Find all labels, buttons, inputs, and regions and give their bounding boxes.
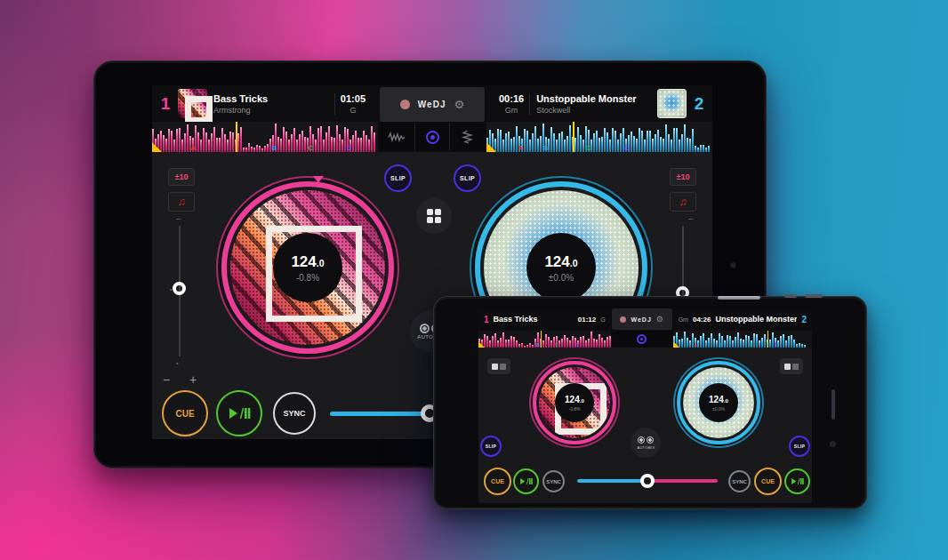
deck2-number: 2 <box>693 94 705 114</box>
deck1-slip-button[interactable]: SLIP <box>384 164 412 192</box>
phone-deck1-waveform[interactable]: A B C D <box>478 331 611 348</box>
cue-marker[interactable]: D <box>346 144 351 152</box>
record-button[interactable] <box>620 316 626 323</box>
automix-label: AUTOMIX <box>637 444 655 449</box>
phone-deck1-track-info[interactable]: 1 Bass Tricks 01:12 G <box>478 308 611 331</box>
grid-icon <box>427 209 441 223</box>
phone-deck2-waveform[interactable]: A B C D <box>673 331 812 348</box>
note-icon: ♫ <box>178 196 186 208</box>
deck1-loop-minus-button[interactable]: − <box>163 374 170 385</box>
deck1-bpm: 124 <box>291 253 316 270</box>
cue-marker[interactable]: C <box>586 144 591 152</box>
phone-deck2-cue-button[interactable]: CUE <box>754 468 782 495</box>
phone-volume-button <box>784 294 797 298</box>
phone-deck1-jog-wheel[interactable]: 124.0 -0.8% <box>533 361 616 444</box>
deck2-bpm-display: 124.0 ±0.0% <box>526 233 596 302</box>
deck2-time: 00:16 <box>499 93 524 104</box>
deck2-bpm: 124 <box>544 253 569 270</box>
phone-automix-button[interactable]: AUTOMIX <box>631 428 661 458</box>
settings-gear-icon[interactable]: ⚙ <box>656 316 663 324</box>
deck1-key: G <box>341 106 366 115</box>
phone-deck1-sync-button[interactable]: SYNC <box>542 470 565 492</box>
play-pause-icon <box>791 477 804 485</box>
deck1-key-sync-button[interactable]: ♫ <box>168 192 195 212</box>
slider-tick: – <box>176 216 181 221</box>
deck1-cue-button[interactable]: CUE <box>162 390 208 436</box>
phone-deck1-bpm-display: 124.0 -0.8% <box>555 383 594 422</box>
squares-icon <box>500 364 506 370</box>
phone-screen: 1 Bass Tricks 01:12 G WeDJ ⚙ G <box>478 308 812 503</box>
phone-deck1-library-button[interactable] <box>487 358 510 374</box>
phone-deck2-jog-wheel[interactable]: 124.0 ±0.0% <box>677 361 760 444</box>
deck1-waveform[interactable]: A B C D <box>152 122 378 152</box>
deck1-jog-wheel[interactable]: 124.0 -0.8% <box>221 181 394 354</box>
app-logo: WeDJ <box>631 316 651 323</box>
phone-deck1-key: G <box>600 316 605 323</box>
phone-deck2-key: Gm <box>679 316 688 323</box>
deck2-track-info[interactable]: 00:16 Gm Unstoppable Monster Stockwell 2 <box>486 85 712 122</box>
deck2-bpm-frac: .0 <box>570 258 578 268</box>
jog-view-button[interactable] <box>414 124 450 150</box>
squares-icon <box>784 364 791 370</box>
deck1-loop-plus-button[interactable]: + <box>189 374 197 385</box>
phone-deck2-bpm-display: 124.0 ±0.0% <box>699 383 738 422</box>
deck1-play-pause-button[interactable] <box>216 390 262 436</box>
deck1-album-art <box>178 89 207 118</box>
deck2-track-title: Unstoppable Monster <box>536 93 651 104</box>
cue-marker[interactable]: A <box>518 144 524 152</box>
crossfader-left[interactable] <box>577 479 647 483</box>
phone-deck-area: 124.0 -0.8% 124.0 ±0.0% SLIP SLIP AUTOMI… <box>478 348 812 503</box>
phone-deck2-slip-button[interactable]: SLIP <box>789 436 810 457</box>
phone-deck1-play-pause-button[interactable] <box>513 468 539 494</box>
phone-deck2-play-pause-button[interactable] <box>784 468 810 494</box>
tempo-value: ±0.0% <box>712 406 725 412</box>
app-brand-bar: WeDJ ⚙ <box>380 87 485 122</box>
deck1-pitch-range-button[interactable]: ±10 <box>168 168 195 186</box>
waveform-view-button[interactable] <box>380 124 414 150</box>
waveform-view-switcher <box>380 124 485 150</box>
deck1-tempo-knob[interactable] <box>173 282 186 295</box>
phone-jog-view-button[interactable] <box>612 331 672 347</box>
fx-view-button[interactable] <box>449 124 485 150</box>
deck2-pitch-range-button[interactable]: ±10 <box>670 168 696 186</box>
deck1-volume-slider[interactable] <box>330 412 430 416</box>
deck1-sync-button[interactable]: SYNC <box>273 392 316 435</box>
pad-grid-button[interactable] <box>416 198 452 234</box>
deck2-key-sync-button[interactable]: ♫ <box>670 192 696 212</box>
phone-deck2-library-button[interactable] <box>780 358 803 374</box>
phone-deck2-time: 04:26 <box>693 316 711 324</box>
phone-deck2-track-info[interactable]: Gm 04:26 Unstoppable Monster 2 <box>673 308 812 331</box>
crossfader-knob[interactable] <box>640 474 655 488</box>
cue-marker[interactable]: B <box>543 144 549 152</box>
phone-camera-dot <box>830 441 836 447</box>
cue-marker[interactable]: A <box>190 144 196 152</box>
cue-marker[interactable]: C <box>308 144 313 152</box>
crossfader-right[interactable] <box>647 479 718 483</box>
phone-deck1-title: Bass Tricks <box>494 315 574 324</box>
phone-brand-bar: WeDJ ⚙ <box>612 308 672 330</box>
deck2-slip-button[interactable]: SLIP <box>454 164 481 192</box>
phone-deck1-slip-button[interactable]: SLIP <box>480 436 502 457</box>
phone-deck1-playhead <box>541 331 542 348</box>
cue-marker[interactable]: B <box>272 144 277 152</box>
bpm: 124 <box>709 395 724 404</box>
settings-gear-icon[interactable]: ⚙ <box>454 99 464 110</box>
fx-icon <box>462 130 473 144</box>
squares-icon <box>792 364 799 370</box>
note-icon: ♫ <box>679 196 687 208</box>
phone-power-button <box>805 294 823 298</box>
record-button[interactable] <box>400 100 410 109</box>
phone-deck1-cue-button[interactable]: CUE <box>484 468 511 495</box>
app-logo: WeDJ <box>418 100 446 109</box>
jog-view-icon <box>637 334 647 344</box>
deck1-number: 1 <box>159 94 172 114</box>
phone-deck2-title: Unstoppable Monster <box>715 315 797 324</box>
tablet-camera-dot <box>730 262 736 268</box>
phone-deck2-sync-button[interactable]: SYNC <box>728 470 751 492</box>
jog-view-icon <box>426 131 439 144</box>
phone-device: 1 Bass Tricks 01:12 G WeDJ ⚙ G <box>433 296 867 509</box>
deck2-waveform[interactable]: A B C D <box>486 122 712 152</box>
deck1-track-info[interactable]: 1 Bass Tricks Armstrong 01:05 G <box>152 85 378 122</box>
automix-icon <box>638 436 654 444</box>
cue-marker[interactable]: D <box>624 144 630 152</box>
